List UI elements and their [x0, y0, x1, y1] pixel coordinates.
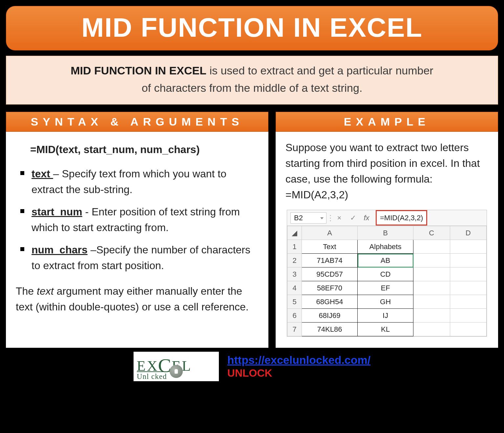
- cell[interactable]: 71AB74: [302, 254, 358, 267]
- bullet-icon: [20, 171, 24, 175]
- name-box[interactable]: B2: [290, 212, 326, 224]
- syntax-column: SYNTAX & ARGUMENTS =MID(text, start_num,…: [6, 112, 268, 348]
- example-text: Suppose you want to extract two letters …: [285, 140, 488, 203]
- cell[interactable]: 68GH54: [302, 295, 358, 309]
- excel-unlocked-logo: EXCEL Unl cked: [134, 352, 219, 381]
- cell[interactable]: 95CD57: [302, 267, 358, 281]
- cell[interactable]: [450, 309, 487, 323]
- cell[interactable]: 74KL86: [302, 323, 358, 336]
- list-item: num_chars –Specify the number of charact…: [20, 242, 259, 273]
- cell[interactable]: KL: [358, 323, 413, 336]
- syntax-header: SYNTAX & ARGUMENTS: [6, 112, 268, 132]
- fx-icon[interactable]: fx: [360, 212, 373, 223]
- example-header: EXAMPLE: [276, 112, 498, 132]
- cell[interactable]: [413, 309, 450, 323]
- cell[interactable]: Alphabets: [358, 240, 413, 254]
- active-cell[interactable]: AB: [358, 254, 413, 267]
- cell[interactable]: [413, 240, 450, 254]
- description-line2: of characters from the middle of a text …: [142, 82, 363, 94]
- argument-list: text – Specify text from which you want …: [20, 166, 259, 273]
- cell[interactable]: Text: [302, 240, 358, 254]
- cell[interactable]: EF: [358, 281, 413, 295]
- column-header[interactable]: A: [302, 226, 358, 240]
- example-column: EXAMPLE Suppose you want to extract two …: [276, 112, 498, 348]
- cell[interactable]: [450, 267, 487, 281]
- arg-name: text: [32, 168, 53, 180]
- formula-input[interactable]: =MID(A2,3,2): [376, 210, 427, 226]
- description-box: MID FUNCTION IN EXCEL is used to extract…: [6, 56, 498, 105]
- cell[interactable]: [413, 254, 450, 267]
- columns: SYNTAX & ARGUMENTS =MID(text, start_num,…: [6, 112, 498, 348]
- cell[interactable]: 68IJ69: [302, 309, 358, 323]
- select-all-corner[interactable]: ◢: [287, 226, 302, 240]
- lock-icon: [170, 365, 183, 378]
- cell[interactable]: IJ: [358, 309, 413, 323]
- cell[interactable]: [450, 254, 487, 267]
- row-header[interactable]: 7: [287, 323, 302, 336]
- row-header[interactable]: 4: [287, 281, 302, 295]
- cell[interactable]: [413, 267, 450, 281]
- cell[interactable]: [413, 323, 450, 336]
- formula-bar: B2 ⋮ × ✓ fx =MID(A2,3,2): [287, 210, 487, 226]
- website-link[interactable]: https://excelunlocked.com/: [227, 354, 370, 366]
- cell[interactable]: [413, 295, 450, 309]
- page-title: MID FUNCTION IN EXCEL: [6, 6, 498, 50]
- row-header[interactable]: 2: [287, 254, 302, 267]
- cell[interactable]: [450, 295, 487, 309]
- list-item: start_num - Enter position of text strin…: [20, 204, 259, 235]
- excel-screenshot: B2 ⋮ × ✓ fx =MID(A2,3,2) ◢ A B C D: [287, 210, 487, 337]
- syntax-formula: =MID(text, start_num, num_chars): [30, 142, 259, 157]
- column-header[interactable]: B: [358, 226, 413, 240]
- row-header[interactable]: 3: [287, 267, 302, 281]
- description-strong: MID FUNCTION IN EXCEL: [71, 64, 206, 77]
- arg-desc: – Specify text from which you want to ex…: [32, 168, 226, 195]
- cell[interactable]: [450, 240, 487, 254]
- enter-icon[interactable]: ✓: [346, 212, 360, 223]
- footer: EXCEL Unl cked https://excelunlocked.com…: [6, 352, 498, 381]
- column-header[interactable]: C: [413, 226, 450, 240]
- syntax-note: The text argument may either manually en…: [16, 283, 259, 315]
- row-header[interactable]: 1: [287, 240, 302, 254]
- arg-name: num_chars: [32, 244, 88, 256]
- spreadsheet: ◢ A B C D 1 Text Alphabets 2: [287, 226, 487, 336]
- arg-name: start_num: [32, 206, 82, 218]
- example-body: Suppose you want to extract two letters …: [276, 132, 498, 348]
- cell[interactable]: [413, 281, 450, 295]
- row-header[interactable]: 6: [287, 309, 302, 323]
- description-line1: is used to extract and get a particular …: [206, 64, 433, 77]
- bullet-icon: [20, 247, 24, 251]
- syntax-body: =MID(text, start_num, num_chars) text – …: [6, 132, 268, 326]
- cell[interactable]: [450, 281, 487, 295]
- cancel-icon[interactable]: ×: [332, 212, 346, 223]
- bullet-icon: [20, 209, 24, 213]
- cell[interactable]: 58EF70: [302, 281, 358, 295]
- cell[interactable]: GH: [358, 295, 413, 309]
- unlock-label: UNLOCK: [227, 367, 370, 379]
- column-header[interactable]: D: [450, 226, 487, 240]
- cell[interactable]: [450, 323, 487, 336]
- list-item: text – Specify text from which you want …: [20, 166, 259, 197]
- row-header[interactable]: 5: [287, 295, 302, 309]
- cell[interactable]: CD: [358, 267, 413, 281]
- separator: ⋮: [326, 212, 332, 224]
